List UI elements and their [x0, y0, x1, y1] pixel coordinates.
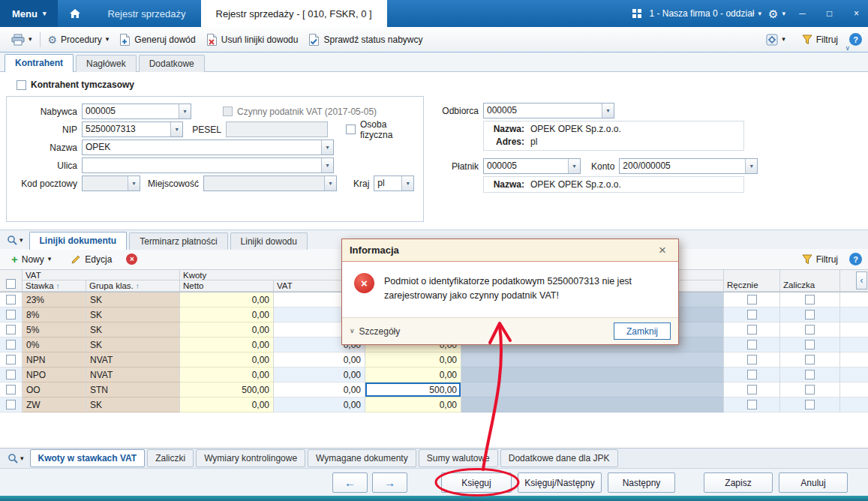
- print-button[interactable]: ▾: [6, 31, 38, 49]
- cell-brutto[interactable]: 0,00: [365, 368, 461, 382]
- tab-kontrahent[interactable]: Kontrahent: [5, 54, 74, 72]
- nastepny-button[interactable]: Następny: [608, 472, 675, 493]
- cell-netto[interactable]: 0,00: [180, 322, 274, 338]
- cell-vat[interactable]: 0,00: [274, 368, 365, 382]
- tab-wymagane-dokumenty[interactable]: Wymagane dokumenty: [308, 449, 416, 467]
- osoba-fizyczna-checkbox[interactable]: [346, 124, 356, 134]
- chevron-down-icon[interactable]: ▾: [170, 122, 182, 136]
- cell-netto[interactable]: 0,00: [180, 338, 274, 352]
- apps-grid-icon[interactable]: [632, 8, 642, 19]
- grid-zoom-button[interactable]: ▾: [3, 232, 27, 248]
- recznie-checkbox[interactable]: [747, 295, 757, 304]
- nav-next-button[interactable]: →: [372, 472, 407, 493]
- miejscowosc-combobox[interactable]: ▾: [203, 176, 337, 191]
- zaliczka-checkbox[interactable]: [805, 370, 815, 380]
- collapse-toolbar-chevron[interactable]: ∨: [845, 45, 850, 52]
- tab-sumy-walutowe[interactable]: Sumy walutowe: [419, 449, 498, 467]
- cell-vat[interactable]: 0,00: [274, 382, 365, 398]
- tab-rejestr-sprzedazy-active[interactable]: Rejestr sprzedaży - [ 010, FSKR, 0 ]: [201, 0, 387, 27]
- zaliczka-checkbox[interactable]: [805, 295, 815, 304]
- anuluj-button[interactable]: Anuluj: [779, 472, 848, 493]
- grid-filtruj-button[interactable]: Filtruj: [797, 251, 843, 268]
- cell-stawka[interactable]: ZW: [23, 398, 86, 412]
- cell-netto[interactable]: 0,00: [180, 398, 274, 412]
- minimize-button[interactable]: ─: [792, 0, 812, 27]
- chevron-down-icon[interactable]: ▾: [321, 158, 333, 172]
- nav-previous-button[interactable]: ←: [332, 472, 368, 493]
- chevron-down-icon[interactable]: ▾: [568, 159, 580, 173]
- select-all-checkbox[interactable]: [6, 279, 16, 289]
- settings-menu[interactable]: ⚙ ▾: [768, 8, 785, 20]
- konto-combobox[interactable]: 200/000005 ▾: [619, 158, 758, 174]
- chevron-down-icon[interactable]: ▾: [128, 176, 140, 190]
- recznie-checkbox[interactable]: [747, 355, 757, 364]
- bottom-zoom-button[interactable]: ▾: [4, 451, 28, 466]
- view-settings-button[interactable]: ▾: [761, 31, 791, 49]
- nabywca-combobox[interactable]: 000005 ▾: [82, 104, 191, 119]
- cell-brutto[interactable]: 0,00: [365, 352, 461, 368]
- nazwa-combobox[interactable]: OPEK ▾: [82, 140, 334, 155]
- cell-grupa[interactable]: STN: [86, 382, 180, 398]
- edycja-button[interactable]: Edycja: [65, 251, 117, 268]
- cell-stawka[interactable]: 23%: [23, 292, 86, 308]
- recznie-checkbox[interactable]: [747, 370, 757, 380]
- procedury-button[interactable]: ⚙ Procedury ▾: [43, 32, 115, 48]
- recznie-checkbox[interactable]: [747, 385, 757, 394]
- cell-grupa[interactable]: NVAT: [86, 368, 180, 382]
- row-select-checkbox[interactable]: [6, 385, 16, 394]
- dialog-close-icon[interactable]: ×: [654, 244, 671, 256]
- menu-button[interactable]: Menu ▾: [0, 0, 58, 27]
- tab-zaliczki[interactable]: Zaliczki: [147, 449, 194, 467]
- tab-naglowek[interactable]: Nagłówek: [76, 55, 137, 72]
- tab-dodatkowe-dane-jpk[interactable]: Dodatkowe dane dla JPK: [500, 449, 618, 467]
- generuj-dowod-button[interactable]: Generuj dowód: [114, 31, 200, 49]
- platnik-combobox[interactable]: 000005 ▾: [483, 158, 581, 174]
- row-select-checkbox[interactable]: [6, 310, 16, 320]
- tab-rejestr-sprzedazy[interactable]: Rejestr sprzedaży: [92, 0, 200, 27]
- column-header-recznie[interactable]: Ręcznie: [724, 270, 780, 292]
- scroll-left-button[interactable]: ‹: [856, 272, 867, 290]
- column-header-zaliczka[interactable]: Zaliczka: [780, 270, 840, 292]
- close-button[interactable]: ×: [846, 0, 866, 27]
- zamknij-button[interactable]: Zamknij: [614, 322, 671, 340]
- cell-grupa[interactable]: SK: [86, 322, 180, 338]
- chevron-down-icon[interactable]: ▾: [602, 104, 614, 118]
- kod-pocztowy-combobox[interactable]: ▾: [82, 176, 140, 191]
- delete-row-button[interactable]: ×: [126, 254, 137, 265]
- chevron-down-icon[interactable]: ▾: [401, 176, 413, 190]
- cell-netto[interactable]: 0,00: [180, 308, 274, 322]
- home-button[interactable]: [58, 0, 92, 27]
- cell-grupa[interactable]: SK: [86, 292, 180, 308]
- odbiorca-combobox[interactable]: 000005 ▾: [483, 103, 614, 118]
- cell-stawka[interactable]: 0%: [23, 338, 86, 352]
- zaliczka-checkbox[interactable]: [805, 325, 815, 334]
- row-select-checkbox[interactable]: [6, 400, 16, 410]
- details-toggle[interactable]: ∨ Szczegóły: [350, 326, 400, 337]
- cell-grupa[interactable]: SK: [86, 308, 180, 322]
- nowy-button[interactable]: + Nowy ▾: [6, 250, 56, 268]
- tab-kwoty-w-stawkach-vat[interactable]: Kwoty w stawkach VAT: [30, 449, 146, 467]
- column-header-grupa-klas[interactable]: Grupa klas. ↑: [86, 280, 180, 292]
- zapisz-button[interactable]: Zapisz: [704, 472, 773, 493]
- zaliczka-checkbox[interactable]: [805, 400, 815, 410]
- nip-combobox[interactable]: 5250007313 ▾: [82, 122, 183, 137]
- cell-vat[interactable]: 0,00: [274, 398, 365, 412]
- pesel-field[interactable]: [226, 122, 328, 137]
- cell-brutto[interactable]: 0,00: [365, 398, 461, 412]
- cell-stawka[interactable]: NPO: [23, 368, 86, 382]
- cell-stawka[interactable]: OO: [23, 382, 86, 398]
- column-header-netto[interactable]: Netto: [180, 280, 274, 292]
- row-select-checkbox[interactable]: [6, 340, 16, 350]
- zaliczka-checkbox[interactable]: [805, 340, 815, 350]
- chevron-down-icon[interactable]: ▾: [745, 159, 757, 173]
- recznie-checkbox[interactable]: [747, 325, 757, 334]
- cell-stawka[interactable]: 8%: [23, 308, 86, 322]
- filtruj-button[interactable]: Filtruj: [797, 32, 843, 48]
- help-icon[interactable]: ?: [849, 33, 862, 46]
- zaliczka-checkbox[interactable]: [805, 310, 815, 320]
- maximize-button[interactable]: □: [819, 0, 839, 27]
- chevron-down-icon[interactable]: ▾: [321, 140, 333, 154]
- cell-brutto-selected[interactable]: 500,00: [365, 382, 461, 398]
- row-select-checkbox[interactable]: [6, 370, 16, 380]
- tab-wymiary-kontrolingowe[interactable]: Wymiary kontrolingowe: [196, 449, 305, 467]
